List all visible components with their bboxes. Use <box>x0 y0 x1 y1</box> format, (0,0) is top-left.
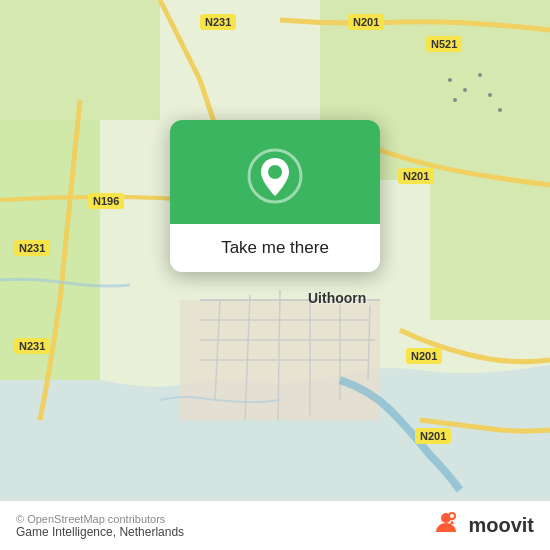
moovit-brand-icon <box>430 510 462 542</box>
svg-point-21 <box>498 108 502 112</box>
bottom-left-info: © OpenStreetMap contributors Game Intell… <box>16 513 184 539</box>
road-label-n231-bot: N231 <box>14 338 50 354</box>
svg-point-26 <box>450 514 454 518</box>
road-label-n201-mid: N201 <box>398 168 434 184</box>
svg-point-16 <box>448 78 452 82</box>
city-label-uithoorn: Uithoorn <box>308 290 366 306</box>
moovit-text: moovit <box>468 514 534 537</box>
road-label-n201-top: N201 <box>348 14 384 30</box>
svg-point-18 <box>478 73 482 77</box>
road-label-n201-bot1: N201 <box>406 348 442 364</box>
popup-label[interactable]: Take me there <box>201 224 349 272</box>
svg-point-20 <box>488 93 492 97</box>
popup-tail <box>265 271 285 272</box>
road-label-n521: N521 <box>426 36 462 52</box>
road-label-n201-bot2: N201 <box>415 428 451 444</box>
location-name: Game Intelligence, Netherlands <box>16 525 184 539</box>
road-label-n196: N196 <box>88 193 124 209</box>
location-popup[interactable]: Take me there <box>170 120 380 272</box>
moovit-logo: moovit <box>430 510 534 542</box>
osm-credit: © OpenStreetMap contributors <box>16 513 184 525</box>
road-label-n231-top: N231 <box>200 14 236 30</box>
svg-point-17 <box>463 88 467 92</box>
svg-rect-4 <box>430 120 550 320</box>
bottom-bar: © OpenStreetMap contributors Game Intell… <box>0 500 550 550</box>
svg-point-23 <box>268 165 282 179</box>
road-label-n231-left: N231 <box>14 240 50 256</box>
svg-point-19 <box>453 98 457 102</box>
location-pin-icon <box>247 148 303 204</box>
popup-icon-area <box>170 120 380 224</box>
map-container: N231 N201 N521 N201 N196 N231 N231 N201 … <box>0 0 550 500</box>
